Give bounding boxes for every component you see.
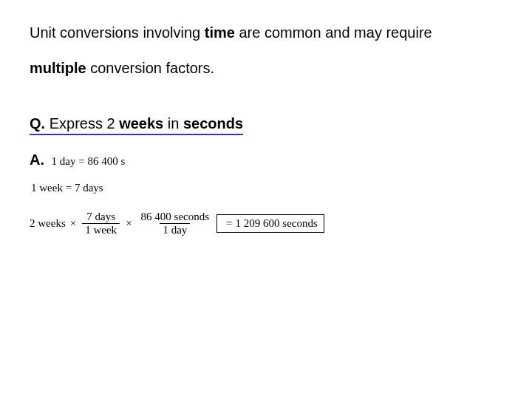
fact1-lhs: 1 day: [52, 155, 76, 167]
slide: Unit conversions involving time are comm…: [0, 0, 532, 399]
calc-f2-num: 86 400 seconds: [138, 211, 213, 223]
intro-keyword-time: time: [205, 24, 235, 41]
calc-f1-den: 1 week: [82, 223, 120, 236]
calc-result-box: = 1 209 600 seconds: [216, 214, 324, 233]
calc-f1-num: 7 days: [83, 211, 118, 223]
calc-fraction-1: 7 days 1 week: [82, 211, 120, 236]
calculation: 2 weeks × 7 days 1 week × 86 400 seconds…: [30, 211, 502, 236]
calc-start: 2 weeks: [30, 217, 66, 230]
fact-2: 1 week = 7 days: [31, 182, 502, 194]
calc-f2-den: 1 day: [160, 223, 190, 236]
question-block: Q. Express 2 weeks in seconds: [30, 115, 502, 135]
fact2-lhs: 1 week: [31, 182, 63, 194]
fact-1: 1 day = 86 400 s: [52, 155, 126, 168]
question-label: Q.: [30, 115, 45, 132]
calc-times-1: ×: [70, 217, 76, 230]
calc-fraction-2: 86 400 seconds 1 day: [138, 211, 213, 236]
fact2-rhs: 7 days: [75, 182, 103, 194]
answer-label: A.: [30, 151, 44, 168]
calc-eq: =: [226, 217, 232, 230]
intro-text: Unit conversions involving time are comm…: [30, 15, 502, 86]
question-text: Express 2 weeks in seconds: [45, 115, 243, 132]
calc-times-2: ×: [126, 217, 132, 230]
intro-pre: Unit conversions involving: [30, 24, 205, 41]
intro-post: conversion factors.: [86, 60, 214, 76]
answer-block: A. 1 day = 86 400 s 1 week = 7 days 2 we…: [30, 151, 502, 236]
question-keyword-weeks: weeks: [119, 115, 163, 132]
fact2-eq: =: [66, 182, 72, 194]
question-mid: in: [163, 115, 183, 132]
fact1-eq: =: [78, 155, 84, 167]
question-pre: Express 2: [45, 115, 119, 132]
intro-mid: are common and may require: [235, 24, 432, 41]
fact1-rhs: 86 400 s: [87, 155, 125, 167]
calc-result: 1 209 600 seconds: [236, 217, 318, 230]
intro-keyword-multiple: multiple: [30, 60, 86, 76]
question-keyword-seconds: seconds: [183, 115, 243, 132]
